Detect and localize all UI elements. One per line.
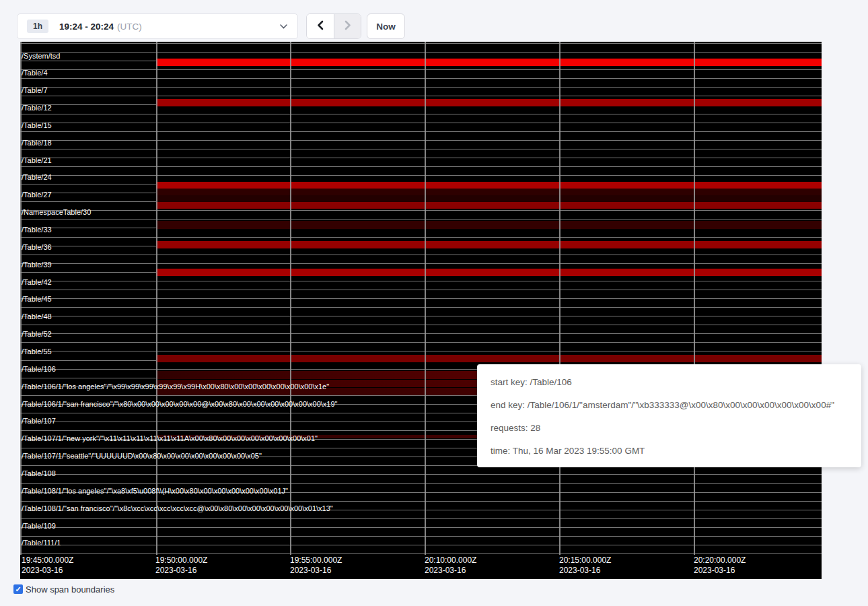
heat-band[interactable] [156, 99, 822, 106]
axis-tick-time: 19:55:00.000Z [290, 556, 342, 566]
axis-tick-date: 2023-03-16 [22, 566, 73, 576]
gridline-horizontal [20, 255, 822, 255]
row-label: /Table/55 [22, 347, 52, 356]
row-label: /Table/107 [22, 417, 56, 426]
row-label: /Table/48 [22, 312, 52, 321]
gridline-horizontal [20, 501, 822, 502]
gridline-horizontal [20, 43, 822, 44]
heat-band[interactable] [156, 195, 822, 202]
row-label: /Table/15 [22, 121, 52, 130]
axis-tick: 20:10:00.000Z2023-03-16 [425, 556, 476, 576]
row-label: /Table/45 [22, 295, 52, 304]
heat-band[interactable] [156, 202, 822, 209]
row-label: /Table/24 [22, 173, 52, 182]
gridline-horizontal [20, 123, 822, 123]
show-span-boundaries-checkbox[interactable]: ✓ [13, 584, 23, 594]
timezone-label: (UTC) [117, 22, 142, 32]
key-visualizer-page: 1h 19:24 - 20:24(UTC) Now /System/tsd/T [0, 0, 868, 606]
row-label: /Table/106/1/"san francisco"/"\x80\x00\x… [22, 400, 338, 409]
row-label: /Table/39 [22, 261, 52, 269]
row-label: /Table/108/1/"san francisco"/"\x8c\xcc\x… [22, 504, 333, 513]
gridline-horizontal [20, 342, 822, 343]
row-label: /Table/36 [22, 243, 52, 252]
time-range-picker[interactable]: 1h 19:24 - 20:24(UTC) [17, 13, 298, 39]
row-label: /Table/106/1/"los angeles"/"\x99\x99\x99… [22, 382, 329, 391]
chevron-right-icon [344, 20, 352, 32]
gridline-vertical [694, 42, 695, 555]
heat-band[interactable] [156, 221, 822, 229]
time-window-nav [306, 13, 361, 39]
gridline-horizontal [20, 281, 822, 281]
axis-tick-date: 2023-03-16 [694, 566, 746, 576]
heat-band[interactable] [156, 269, 822, 276]
row-label: /Table/106 [22, 365, 56, 374]
now-button[interactable]: Now [367, 13, 405, 39]
row-label: /Table/42 [22, 278, 52, 287]
tooltip-line: end key: /Table/106/1/"amsterdam"/"\xb33… [491, 394, 861, 417]
axis-tick: 20:20:00.000Z2023-03-16 [694, 556, 746, 576]
row-label: /Table/108/1/"los angeles"/"\xa8\xf5\u00… [22, 487, 288, 496]
gridline-horizontal [20, 553, 822, 554]
axis-tick: 19:45:00.000Z2023-03-16 [22, 556, 73, 576]
axis-tick-date: 2023-03-16 [155, 566, 207, 576]
gridline-horizontal [20, 307, 822, 308]
tooltip-line: requests: 28 [491, 417, 861, 440]
tooltip-line: time: Thu, 16 Mar 2023 19:55:00 GMT [491, 440, 861, 463]
gridline-horizontal [20, 474, 822, 475]
key-visualizer-heatmap[interactable]: /System/tsd/Table/4/Table/7/Table/12/Tab… [20, 42, 822, 579]
prev-window-button[interactable] [307, 14, 334, 38]
gridline-vertical [290, 42, 291, 555]
gridline-horizontal [20, 536, 822, 537]
chevron-down-icon [280, 24, 287, 29]
heat-band[interactable] [156, 182, 822, 189]
gridline-horizontal [20, 52, 822, 53]
gridline-horizontal [20, 166, 822, 167]
gridline-horizontal [20, 149, 822, 149]
heat-band[interactable] [156, 355, 822, 362]
gridline-vertical [559, 42, 560, 555]
row-label: /Table/12 [22, 104, 52, 112]
axis-tick: 19:50:00.000Z2023-03-16 [155, 556, 207, 576]
gridline-horizontal [20, 158, 822, 158]
axis-tick: 19:55:00.000Z2023-03-16 [290, 556, 342, 576]
heat-band[interactable] [156, 241, 822, 248]
gridline-horizontal [20, 131, 822, 132]
axis-tick-time: 20:20:00.000Z [694, 556, 746, 566]
row-label: /Table/107/1/"new york"/"\x11\x11\x11\x1… [22, 434, 318, 443]
axis-tick-date: 2023-03-16 [425, 566, 476, 576]
axis-tick-time: 20:15:00.000Z [559, 556, 611, 566]
axis-tick-time: 19:45:00.000Z [22, 556, 73, 566]
tooltip-line: start key: /Table/106 [491, 371, 861, 394]
gridline-vertical [156, 42, 157, 555]
row-label: /System/tsd [22, 52, 60, 61]
axis-tick-time: 19:50:00.000Z [155, 556, 207, 566]
next-window-button[interactable] [334, 14, 361, 38]
chevron-left-icon [316, 20, 324, 32]
row-label: /Table/111/1 [22, 539, 61, 547]
row-label: /Table/108 [22, 469, 56, 478]
row-label: /Table/109 [22, 522, 56, 531]
gridline-horizontal [20, 518, 822, 519]
duration-badge: 1h [27, 20, 48, 33]
gridline-horizontal [20, 96, 822, 96]
axis-tick-date: 2023-03-16 [290, 566, 342, 576]
gridline-horizontal [20, 483, 822, 484]
row-label: /Table/7 [22, 86, 48, 95]
check-icon: ✓ [15, 585, 21, 594]
time-range-label: 19:24 - 20:24(UTC) [59, 22, 142, 32]
row-label: /Table/27 [22, 191, 52, 199]
gridline-horizontal [20, 114, 822, 114]
gridline-horizontal [20, 527, 822, 528]
heat-band[interactable] [156, 59, 822, 66]
gridline-horizontal [20, 219, 822, 220]
gridline-horizontal [20, 237, 822, 238]
gridline-horizontal [20, 263, 822, 264]
span-tooltip: start key: /Table/106end key: /Table/106… [477, 364, 861, 467]
row-label: /Table/107/1/"seattle"/"UUUUUUD\x00\x80\… [22, 452, 262, 461]
heat-band[interactable] [156, 189, 822, 195]
gridline-horizontal [20, 545, 822, 545]
gridline-horizontal [20, 69, 822, 70]
gridline-horizontal [20, 140, 822, 141]
gridline-horizontal [20, 298, 822, 299]
row-label: /Table/33 [22, 226, 52, 234]
